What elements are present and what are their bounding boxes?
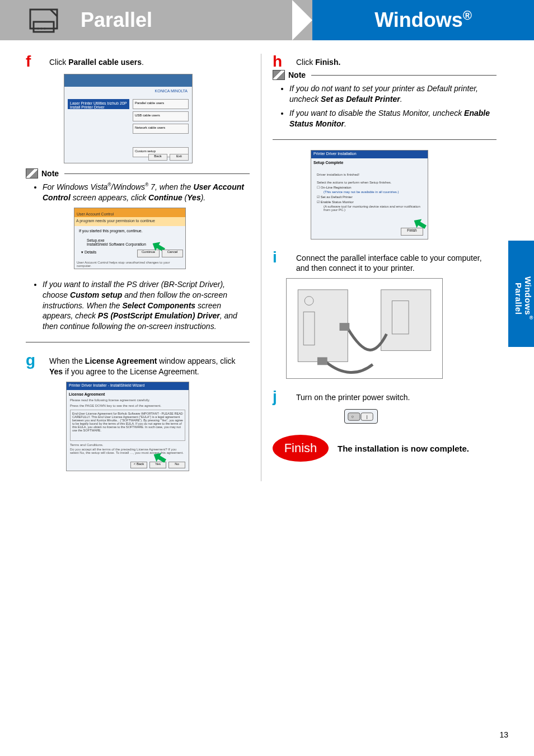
nl2d: Select Components <box>122 301 195 310</box>
printer-icon <box>28 6 64 34</box>
nr2a: If you want to disable the Status Monito… <box>289 109 464 118</box>
sc-title: Printer Driver Installation <box>311 151 428 158</box>
note-title: Note <box>41 169 59 178</box>
back-button[interactable]: Back <box>148 154 167 161</box>
opt-usb[interactable]: USB cable users <box>133 111 189 121</box>
nl1a: For Windows Vista <box>43 182 107 191</box>
right-column: h Click Finish. Note If you do not want … <box>273 54 496 481</box>
install-subtitle: Laser Printer Utilities bizhub 20P Insta… <box>68 99 129 109</box>
step-f-pre: Click <box>49 58 68 67</box>
nr1c: . <box>400 95 402 104</box>
page-header: Parallel Windows® <box>0 0 534 40</box>
step-h: h Click Finish. <box>273 54 496 69</box>
finish-oval: Finish <box>273 435 329 462</box>
install-subtitle-text: Install Printer Driver <box>70 105 104 109</box>
sg1: When the <box>49 356 85 365</box>
installer-screenshot-f: KONICA MINOLTA Laser Printer Utilities b… <box>64 74 193 163</box>
step-letter-g: g <box>26 353 49 377</box>
nl2f: PS (PostScript Emulation) Driver <box>98 311 220 320</box>
uac-line1: If you started this program, continue. <box>74 226 185 236</box>
windows-text: Windows <box>374 8 463 31</box>
uac-screenshot: User Account Control A program needs you… <box>74 208 186 269</box>
uac-cancel-button[interactable]: Cancel <box>162 250 183 257</box>
step-j-text: Turn on the printer power switch. <box>296 389 410 405</box>
brand-label: KONICA MINOLTA <box>155 89 188 93</box>
side-tab-windows: Windows <box>523 276 533 315</box>
registered-sup: ® <box>463 8 472 22</box>
svg-point-4 <box>41 28 43 30</box>
step-letter-i: i <box>273 250 296 274</box>
pencil-icon <box>26 168 38 179</box>
nr2c: . <box>344 119 346 128</box>
note-left-bullet1: For Windows Vista®/Windows® 7, when the … <box>43 182 250 203</box>
page-number: 13 <box>499 730 508 739</box>
sc-l1: Driver installation is finished! <box>311 172 428 177</box>
svg-rect-12 <box>317 358 327 365</box>
sg5: if you agree to the License Agreement. <box>63 367 199 376</box>
svg-rect-7 <box>381 290 431 351</box>
step-i-text: Connect the parallel interface cable to … <box>296 250 496 274</box>
license-no-button[interactable]: No <box>168 462 185 468</box>
opt-network[interactable]: Network cable users <box>133 124 189 134</box>
power-switch-illustration: ○| <box>344 409 378 424</box>
note-title-r: Note <box>288 71 306 79</box>
step-letter-h: h <box>273 54 296 69</box>
nl1f: ( <box>182 193 188 202</box>
product-name: Laser Printer Utilities bizhub 20P <box>70 101 127 105</box>
sc-cb1-sub: (This service may not be available in al… <box>311 190 428 194</box>
license-hint: Press the PAGE DOWN key to see the rest … <box>67 404 189 407</box>
opt-parallel[interactable]: Parallel cable users <box>133 99 189 109</box>
sh1: Click <box>296 58 315 67</box>
note-left-bullet2: If you want to install the PS driver (BR… <box>43 279 250 332</box>
step-g: g When the License Agreement window appe… <box>26 353 250 377</box>
sc-cb1[interactable]: ☐ On-Line Registration <box>311 185 428 190</box>
sc-l2: Select the actions to perform when Setup… <box>311 180 428 185</box>
finish-text: The installation is now complete. <box>338 443 469 454</box>
license-yes-button[interactable]: Yes <box>149 462 166 468</box>
svg-point-3 <box>38 28 39 30</box>
step-j: j Turn on the printer power switch. <box>273 389 496 405</box>
sc-cb2[interactable]: ☑ Set as Default Printer <box>311 194 428 199</box>
uac-prog: Setup.exe <box>87 238 105 242</box>
uac-footer: User Account Control helps stop unauthor… <box>77 261 183 267</box>
nl1g: Yes <box>187 193 200 202</box>
sg3: window appears, click <box>157 356 235 365</box>
uac-msg: A program needs your permission to conti… <box>74 217 185 226</box>
license-back-button[interactable]: < Back <box>130 462 147 468</box>
svg-rect-1 <box>34 22 54 32</box>
note-right-bullet2: If you want to disable the Status Monito… <box>289 108 496 129</box>
sg2: License Agreement <box>85 356 157 365</box>
step-letter-j: j <box>273 389 296 405</box>
sh2: Finish. <box>315 58 340 67</box>
license-screenshot: Printer Driver Installer - InstallShield… <box>66 382 189 471</box>
svg-line-2 <box>50 10 57 16</box>
header-left: Parallel <box>0 0 312 40</box>
step-g-text: When the License Agreement window appear… <box>49 353 250 377</box>
nl1e: Continue <box>148 193 182 202</box>
sc-cb2-t: Set as Default Printer <box>321 195 353 199</box>
step-f-bold: Parallel cable users <box>68 58 142 67</box>
sc-finish-button[interactable]: Finish <box>401 228 423 236</box>
sg4: Yes <box>49 367 63 376</box>
svg-rect-11 <box>340 323 350 331</box>
finish-row: Finish The installation is now complete. <box>273 435 496 462</box>
license-sub: Please read the following license agreem… <box>67 398 189 402</box>
svg-text:○: ○ <box>352 415 354 420</box>
uac-continue-button[interactable]: Continue <box>137 250 160 257</box>
uac-details-text: Details <box>85 250 96 254</box>
svg-text:|: | <box>367 415 368 420</box>
license-q: Do you accept all the terms of the prece… <box>67 448 189 454</box>
sc-cb3[interactable]: ☑ Enable Status Monitor <box>311 199 428 204</box>
uac-details[interactable]: ▾ Details <box>77 247 101 257</box>
svg-point-5 <box>44 28 46 30</box>
note-right-bullet1: If you do not want to set your printer a… <box>289 83 496 105</box>
side-tab-sup: ® <box>528 315 534 321</box>
header-right: Windows® <box>312 0 534 40</box>
license-title: Printer Driver Installer - InstallShield… <box>67 382 189 390</box>
exit-button[interactable]: Exit <box>170 154 189 161</box>
note-right: Note If you do not want to set your prin… <box>273 75 496 140</box>
sc-cb3-t: Enable Status Monitor <box>321 200 354 204</box>
sc-cb3-sub: (A software tool for monitoring device s… <box>311 204 428 212</box>
sc-cb1-t: On-Line Registration <box>321 186 352 189</box>
step-h-text: Click Finish. <box>296 54 340 69</box>
